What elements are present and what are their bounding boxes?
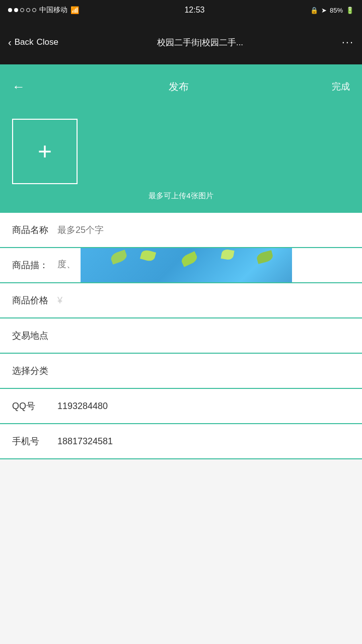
leaf-decoration [180, 251, 198, 267]
page-title: 校园二手街|校园二手... [157, 37, 244, 48]
phone-value[interactable]: 18817324581 [57, 436, 350, 447]
more-menu-button[interactable]: ··· [342, 36, 354, 49]
upload-hint: 最多可上传4张图片 [12, 191, 350, 201]
phone-label: 手机号 [12, 435, 57, 447]
close-label[interactable]: Close [36, 37, 58, 47]
category-row: 选择分类 [0, 354, 362, 389]
dot-2 [14, 8, 18, 12]
product-price-label: 商品价格 [12, 294, 57, 306]
status-right: 🔒 ➤ 85% 🔋 [310, 7, 354, 14]
status-bar: 中国移动 📶 12:53 🔒 ➤ 85% 🔋 [0, 0, 362, 20]
plus-icon: + [38, 139, 52, 164]
trading-location-input[interactable] [57, 331, 350, 341]
carrier-label: 中国移动 [39, 6, 67, 15]
product-price-row: 商品价格 ¥ [0, 283, 362, 318]
product-desc-row: 商品描： [0, 248, 362, 283]
app-header: ← 发布 完成 [0, 64, 362, 109]
product-name-row: 商品名称 [0, 213, 362, 248]
location-icon: ➤ [321, 7, 327, 14]
time-display: 12:53 [184, 6, 204, 15]
battery-label: 85% [330, 7, 343, 14]
qq-label: QQ号 [12, 400, 57, 412]
dot-3 [20, 8, 24, 12]
back-chevron-icon[interactable]: ‹ [8, 37, 12, 48]
back-label[interactable]: Back [15, 37, 34, 47]
desc-overlay-image [81, 248, 292, 283]
category-input[interactable] [57, 366, 350, 376]
form-section: 商品名称 商品描： 商品价格 ¥ 交易地点 选择分类 [0, 213, 362, 459]
product-name-input[interactable] [57, 225, 350, 235]
upload-section: + 最多可上传4张图片 [0, 109, 362, 213]
qq-value[interactable]: 1193284480 [57, 401, 350, 412]
status-left: 中国移动 📶 [8, 6, 79, 15]
wechat-nav: ‹ Back Close 校园二手街|校园二手... ··· [0, 20, 362, 64]
trading-location-label: 交易地点 [12, 330, 57, 342]
header-title: 发布 [169, 80, 189, 94]
leaf-decoration [221, 249, 234, 261]
phone-row: 手机号 18817324581 [0, 424, 362, 459]
currency-symbol: ¥ [57, 295, 62, 306]
trading-location-row: 交易地点 [0, 318, 362, 354]
leaf-decoration [140, 249, 156, 263]
leaf-decoration [110, 250, 128, 265]
category-label: 选择分类 [12, 365, 57, 377]
dot-4 [26, 8, 30, 12]
signal-dots [8, 8, 36, 12]
done-button[interactable]: 完成 [332, 80, 350, 93]
product-name-label: 商品名称 [12, 224, 57, 236]
product-desc-label: 商品描： [12, 259, 57, 271]
add-photo-button[interactable]: + [12, 119, 78, 184]
header-back-button[interactable]: ← [12, 79, 25, 95]
leaf-decoration [256, 250, 274, 264]
dot-5 [32, 8, 36, 12]
dot-1 [8, 8, 12, 12]
lock-icon: 🔒 [310, 7, 318, 14]
battery-icon: 🔋 [346, 7, 354, 14]
wifi-icon: 📶 [70, 6, 79, 14]
product-price-input[interactable] [64, 295, 350, 306]
qq-row: QQ号 1193284480 [0, 389, 362, 424]
nav-left[interactable]: ‹ Back Close [8, 37, 58, 48]
